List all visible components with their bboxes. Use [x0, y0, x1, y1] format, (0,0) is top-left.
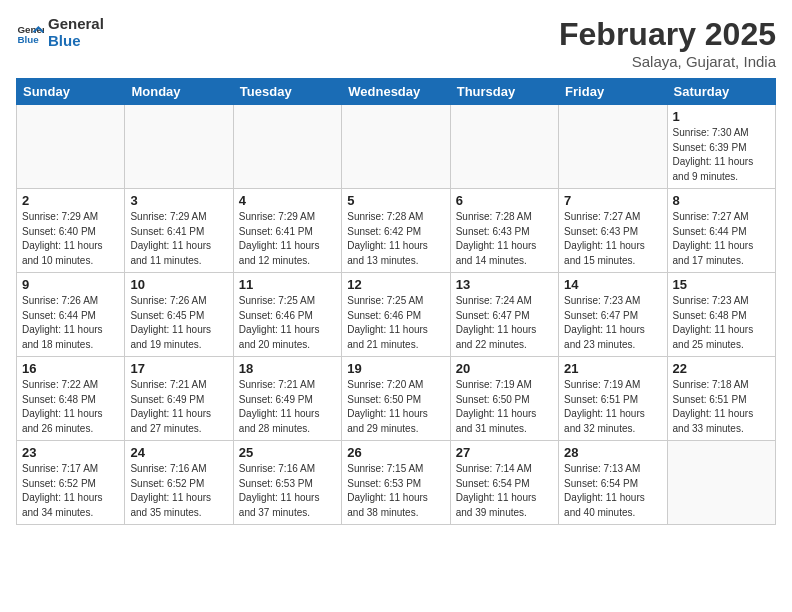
weekday-header-friday: Friday: [559, 79, 667, 105]
calendar-day: 14Sunrise: 7:23 AMSunset: 6:47 PMDayligh…: [559, 273, 667, 357]
logo-blue-text: Blue: [48, 33, 104, 50]
weekday-header-row: SundayMondayTuesdayWednesdayThursdayFrid…: [17, 79, 776, 105]
calendar-day: 16Sunrise: 7:22 AMSunset: 6:48 PMDayligh…: [17, 357, 125, 441]
weekday-header-thursday: Thursday: [450, 79, 558, 105]
day-info-text: Sunrise: 7:17 AMSunset: 6:52 PMDaylight:…: [22, 462, 119, 520]
calendar-day: 5Sunrise: 7:28 AMSunset: 6:42 PMDaylight…: [342, 189, 450, 273]
calendar-day: 23Sunrise: 7:17 AMSunset: 6:52 PMDayligh…: [17, 441, 125, 525]
weekday-header-wednesday: Wednesday: [342, 79, 450, 105]
day-number: 28: [564, 445, 661, 460]
calendar-day: 10Sunrise: 7:26 AMSunset: 6:45 PMDayligh…: [125, 273, 233, 357]
logo-icon: General Blue: [16, 19, 44, 47]
day-info-text: Sunrise: 7:25 AMSunset: 6:46 PMDaylight:…: [239, 294, 336, 352]
calendar-day: 24Sunrise: 7:16 AMSunset: 6:52 PMDayligh…: [125, 441, 233, 525]
day-number: 11: [239, 277, 336, 292]
title-block: February 2025 Salaya, Gujarat, India: [559, 16, 776, 70]
calendar-day: 3Sunrise: 7:29 AMSunset: 6:41 PMDaylight…: [125, 189, 233, 273]
day-number: 12: [347, 277, 444, 292]
calendar-day: [125, 105, 233, 189]
calendar-day: 18Sunrise: 7:21 AMSunset: 6:49 PMDayligh…: [233, 357, 341, 441]
calendar-day: 12Sunrise: 7:25 AMSunset: 6:46 PMDayligh…: [342, 273, 450, 357]
calendar-day: [233, 105, 341, 189]
calendar-week-4: 16Sunrise: 7:22 AMSunset: 6:48 PMDayligh…: [17, 357, 776, 441]
day-number: 7: [564, 193, 661, 208]
calendar-week-2: 2Sunrise: 7:29 AMSunset: 6:40 PMDaylight…: [17, 189, 776, 273]
day-number: 19: [347, 361, 444, 376]
calendar-day: 21Sunrise: 7:19 AMSunset: 6:51 PMDayligh…: [559, 357, 667, 441]
day-number: 17: [130, 361, 227, 376]
day-info-text: Sunrise: 7:21 AMSunset: 6:49 PMDaylight:…: [239, 378, 336, 436]
day-info-text: Sunrise: 7:13 AMSunset: 6:54 PMDaylight:…: [564, 462, 661, 520]
calendar-day: [342, 105, 450, 189]
svg-text:Blue: Blue: [17, 33, 39, 44]
day-info-text: Sunrise: 7:24 AMSunset: 6:47 PMDaylight:…: [456, 294, 553, 352]
day-number: 18: [239, 361, 336, 376]
calendar-day: 27Sunrise: 7:14 AMSunset: 6:54 PMDayligh…: [450, 441, 558, 525]
calendar-day: 6Sunrise: 7:28 AMSunset: 6:43 PMDaylight…: [450, 189, 558, 273]
day-number: 23: [22, 445, 119, 460]
day-info-text: Sunrise: 7:21 AMSunset: 6:49 PMDaylight:…: [130, 378, 227, 436]
page-header: General Blue General Blue February 2025 …: [16, 16, 776, 70]
calendar-day: [17, 105, 125, 189]
day-info-text: Sunrise: 7:30 AMSunset: 6:39 PMDaylight:…: [673, 126, 770, 184]
day-info-text: Sunrise: 7:20 AMSunset: 6:50 PMDaylight:…: [347, 378, 444, 436]
day-info-text: Sunrise: 7:29 AMSunset: 6:40 PMDaylight:…: [22, 210, 119, 268]
calendar-day: 8Sunrise: 7:27 AMSunset: 6:44 PMDaylight…: [667, 189, 775, 273]
day-info-text: Sunrise: 7:28 AMSunset: 6:43 PMDaylight:…: [456, 210, 553, 268]
calendar-week-5: 23Sunrise: 7:17 AMSunset: 6:52 PMDayligh…: [17, 441, 776, 525]
calendar-day: 1Sunrise: 7:30 AMSunset: 6:39 PMDaylight…: [667, 105, 775, 189]
day-number: 2: [22, 193, 119, 208]
calendar-day: 20Sunrise: 7:19 AMSunset: 6:50 PMDayligh…: [450, 357, 558, 441]
day-info-text: Sunrise: 7:15 AMSunset: 6:53 PMDaylight:…: [347, 462, 444, 520]
calendar-day: [450, 105, 558, 189]
day-number: 1: [673, 109, 770, 124]
day-number: 16: [22, 361, 119, 376]
calendar-week-1: 1Sunrise: 7:30 AMSunset: 6:39 PMDaylight…: [17, 105, 776, 189]
day-info-text: Sunrise: 7:16 AMSunset: 6:53 PMDaylight:…: [239, 462, 336, 520]
month-year-title: February 2025: [559, 16, 776, 53]
day-info-text: Sunrise: 7:27 AMSunset: 6:44 PMDaylight:…: [673, 210, 770, 268]
day-number: 8: [673, 193, 770, 208]
day-info-text: Sunrise: 7:23 AMSunset: 6:48 PMDaylight:…: [673, 294, 770, 352]
day-number: 25: [239, 445, 336, 460]
day-info-text: Sunrise: 7:26 AMSunset: 6:44 PMDaylight:…: [22, 294, 119, 352]
day-number: 14: [564, 277, 661, 292]
weekday-header-sunday: Sunday: [17, 79, 125, 105]
day-number: 4: [239, 193, 336, 208]
calendar-day: [559, 105, 667, 189]
calendar-day: 7Sunrise: 7:27 AMSunset: 6:43 PMDaylight…: [559, 189, 667, 273]
calendar-day: 28Sunrise: 7:13 AMSunset: 6:54 PMDayligh…: [559, 441, 667, 525]
weekday-header-monday: Monday: [125, 79, 233, 105]
calendar-day: 13Sunrise: 7:24 AMSunset: 6:47 PMDayligh…: [450, 273, 558, 357]
location-text: Salaya, Gujarat, India: [559, 53, 776, 70]
calendar-day: 19Sunrise: 7:20 AMSunset: 6:50 PMDayligh…: [342, 357, 450, 441]
calendar-week-3: 9Sunrise: 7:26 AMSunset: 6:44 PMDaylight…: [17, 273, 776, 357]
calendar-day: 22Sunrise: 7:18 AMSunset: 6:51 PMDayligh…: [667, 357, 775, 441]
day-info-text: Sunrise: 7:14 AMSunset: 6:54 PMDaylight:…: [456, 462, 553, 520]
day-info-text: Sunrise: 7:19 AMSunset: 6:50 PMDaylight:…: [456, 378, 553, 436]
calendar-day: 25Sunrise: 7:16 AMSunset: 6:53 PMDayligh…: [233, 441, 341, 525]
day-number: 5: [347, 193, 444, 208]
day-number: 22: [673, 361, 770, 376]
day-number: 20: [456, 361, 553, 376]
day-info-text: Sunrise: 7:23 AMSunset: 6:47 PMDaylight:…: [564, 294, 661, 352]
day-number: 13: [456, 277, 553, 292]
calendar-day: 9Sunrise: 7:26 AMSunset: 6:44 PMDaylight…: [17, 273, 125, 357]
day-number: 26: [347, 445, 444, 460]
logo-general-text: General: [48, 16, 104, 33]
calendar-day: 2Sunrise: 7:29 AMSunset: 6:40 PMDaylight…: [17, 189, 125, 273]
day-number: 15: [673, 277, 770, 292]
day-info-text: Sunrise: 7:29 AMSunset: 6:41 PMDaylight:…: [130, 210, 227, 268]
day-number: 27: [456, 445, 553, 460]
calendar-day: 15Sunrise: 7:23 AMSunset: 6:48 PMDayligh…: [667, 273, 775, 357]
calendar-day: 26Sunrise: 7:15 AMSunset: 6:53 PMDayligh…: [342, 441, 450, 525]
day-info-text: Sunrise: 7:22 AMSunset: 6:48 PMDaylight:…: [22, 378, 119, 436]
day-info-text: Sunrise: 7:27 AMSunset: 6:43 PMDaylight:…: [564, 210, 661, 268]
day-number: 10: [130, 277, 227, 292]
day-info-text: Sunrise: 7:29 AMSunset: 6:41 PMDaylight:…: [239, 210, 336, 268]
calendar-header: SundayMondayTuesdayWednesdayThursdayFrid…: [17, 79, 776, 105]
weekday-header-saturday: Saturday: [667, 79, 775, 105]
calendar-day: 17Sunrise: 7:21 AMSunset: 6:49 PMDayligh…: [125, 357, 233, 441]
day-number: 24: [130, 445, 227, 460]
weekday-header-tuesday: Tuesday: [233, 79, 341, 105]
